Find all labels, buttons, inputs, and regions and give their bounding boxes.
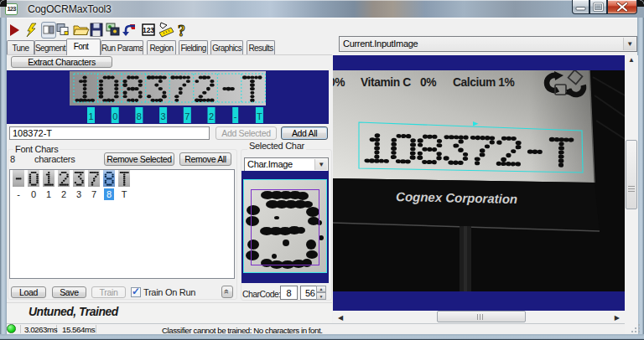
svg-text:0%: 0%: [420, 76, 436, 89]
svg-text:7: 7: [184, 111, 190, 121]
svg-text:0%: 0%: [333, 76, 345, 89]
svg-text:123: 123: [143, 26, 154, 34]
svg-text:-: -: [234, 111, 237, 121]
svg-text:0: 0: [112, 111, 117, 121]
svg-text:2: 2: [209, 111, 214, 121]
svg-text:?: ?: [178, 23, 185, 39]
svg-text:Calcium 1%: Calcium 1%: [453, 76, 515, 89]
svg-text:8: 8: [137, 111, 142, 121]
svg-text:T: T: [257, 111, 262, 121]
svg-text:3: 3: [161, 111, 166, 121]
svg-text:1: 1: [88, 111, 93, 121]
svg-text:Cognex Corporation: Cognex Corporation: [396, 189, 517, 206]
svg-text:Vitamin C: Vitamin C: [361, 76, 411, 89]
